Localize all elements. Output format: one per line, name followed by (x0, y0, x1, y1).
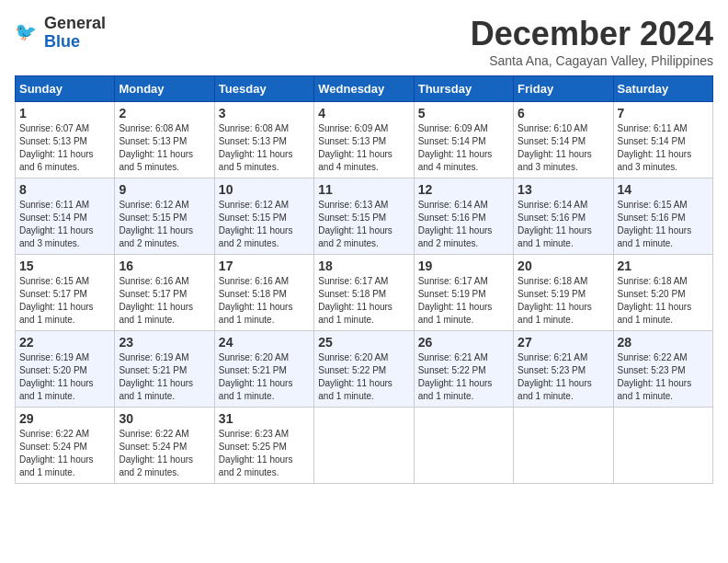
daylight-label: Daylight: 11 hours and 1 minute. (618, 225, 692, 248)
sunrise-label: Sunrise: 6:14 AM (518, 200, 587, 210)
sunset-label: Sunset: 5:15 PM (219, 213, 287, 223)
day-number: 12 (418, 182, 509, 197)
sunrise-label: Sunrise: 6:14 AM (418, 200, 488, 210)
sunrise-label: Sunrise: 6:15 AM (19, 276, 89, 286)
day-number: 18 (318, 259, 409, 273)
table-row: 13 Sunrise: 6:14 AM Sunset: 5:16 PM Dayl… (514, 178, 613, 255)
sunrise-label: Sunrise: 6:23 AM (219, 429, 289, 439)
daylight-label: Daylight: 11 hours and 1 minute. (19, 454, 94, 477)
day-number: 11 (318, 182, 409, 197)
table-row: 10 Sunrise: 6:12 AM Sunset: 5:15 PM Dayl… (214, 178, 313, 255)
sunrise-label: Sunrise: 6:12 AM (119, 200, 188, 210)
sunset-label: Sunset: 5:15 PM (119, 213, 187, 223)
daylight-label: Daylight: 11 hours and 1 minute. (119, 302, 193, 325)
location-subtitle: Santa Ana, Cagayan Valley, Philippines (471, 53, 713, 68)
day-number: 31 (219, 411, 310, 426)
calendar-week-row: 22 Sunrise: 6:19 AM Sunset: 5:20 PM Dayl… (16, 331, 713, 408)
table-row: 14 Sunrise: 6:15 AM Sunset: 5:16 PM Dayl… (613, 178, 712, 255)
day-number: 2 (119, 106, 210, 121)
table-row: 19 Sunrise: 6:17 AM Sunset: 5:19 PM Dayl… (414, 255, 513, 331)
day-info: Sunrise: 6:08 AM Sunset: 5:13 PM Dayligh… (119, 122, 210, 174)
sunset-label: Sunset: 5:14 PM (19, 213, 87, 223)
sunrise-label: Sunrise: 6:10 AM (518, 123, 587, 133)
sunset-label: Sunset: 5:20 PM (19, 365, 87, 375)
daylight-label: Daylight: 11 hours and 1 minute. (19, 378, 94, 401)
daylight-label: Daylight: 11 hours and 5 minutes. (119, 149, 193, 172)
sunrise-label: Sunrise: 6:17 AM (318, 276, 388, 286)
col-friday: Friday (514, 76, 613, 102)
sunset-label: Sunset: 5:15 PM (318, 213, 386, 223)
sunrise-label: Sunrise: 6:16 AM (119, 276, 188, 286)
table-row: 6 Sunrise: 6:10 AM Sunset: 5:14 PM Dayli… (514, 102, 613, 178)
sunrise-label: Sunrise: 6:18 AM (518, 276, 587, 286)
sunset-label: Sunset: 5:17 PM (119, 289, 187, 299)
sunset-label: Sunset: 5:22 PM (418, 365, 486, 375)
col-thursday: Thursday (414, 76, 513, 102)
calendar-week-row: 29 Sunrise: 6:22 AM Sunset: 5:24 PM Dayl… (16, 408, 713, 484)
calendar-week-row: 1 Sunrise: 6:07 AM Sunset: 5:13 PM Dayli… (16, 102, 713, 178)
svg-text:🐦: 🐦 (15, 21, 38, 42)
day-info: Sunrise: 6:17 AM Sunset: 5:18 PM Dayligh… (318, 275, 409, 327)
table-row: 7 Sunrise: 6:11 AM Sunset: 5:14 PM Dayli… (613, 102, 712, 178)
sunrise-label: Sunrise: 6:15 AM (618, 200, 688, 210)
day-info: Sunrise: 6:18 AM Sunset: 5:19 PM Dayligh… (518, 275, 609, 327)
sunrise-label: Sunrise: 6:19 AM (19, 352, 89, 362)
logo-icon: 🐦 (15, 20, 40, 46)
day-number: 23 (119, 335, 210, 350)
table-row: 25 Sunrise: 6:20 AM Sunset: 5:22 PM Dayl… (314, 331, 414, 408)
sunset-label: Sunset: 5:23 PM (518, 365, 586, 375)
sunrise-label: Sunrise: 6:21 AM (518, 352, 587, 362)
daylight-label: Daylight: 11 hours and 1 minute. (618, 378, 692, 401)
day-info: Sunrise: 6:09 AM Sunset: 5:13 PM Dayligh… (318, 122, 409, 174)
table-row: 17 Sunrise: 6:16 AM Sunset: 5:18 PM Dayl… (214, 255, 313, 331)
day-info: Sunrise: 6:07 AM Sunset: 5:13 PM Dayligh… (19, 122, 110, 174)
table-row: 3 Sunrise: 6:08 AM Sunset: 5:13 PM Dayli… (214, 102, 313, 178)
table-row: 15 Sunrise: 6:15 AM Sunset: 5:17 PM Dayl… (16, 255, 115, 331)
sunset-label: Sunset: 5:18 PM (219, 289, 287, 299)
table-row: 31 Sunrise: 6:23 AM Sunset: 5:25 PM Dayl… (214, 408, 313, 484)
day-info: Sunrise: 6:19 AM Sunset: 5:20 PM Dayligh… (19, 351, 110, 403)
table-row: 18 Sunrise: 6:17 AM Sunset: 5:18 PM Dayl… (314, 255, 414, 331)
title-section: December 2024 Santa Ana, Cagayan Valley,… (471, 15, 713, 68)
sunset-label: Sunset: 5:16 PM (618, 213, 686, 223)
sunrise-label: Sunrise: 6:13 AM (318, 200, 388, 210)
table-row: 23 Sunrise: 6:19 AM Sunset: 5:21 PM Dayl… (115, 331, 214, 408)
daylight-label: Daylight: 11 hours and 1 minute. (318, 302, 392, 325)
day-number: 5 (418, 106, 509, 121)
sunrise-label: Sunrise: 6:11 AM (19, 200, 89, 210)
daylight-label: Daylight: 11 hours and 5 minutes. (219, 149, 293, 172)
daylight-label: Daylight: 11 hours and 1 minute. (318, 378, 392, 401)
day-info: Sunrise: 6:18 AM Sunset: 5:20 PM Dayligh… (618, 275, 709, 327)
day-info: Sunrise: 6:12 AM Sunset: 5:15 PM Dayligh… (219, 199, 310, 250)
sunset-label: Sunset: 5:22 PM (318, 365, 386, 375)
table-row: 2 Sunrise: 6:08 AM Sunset: 5:13 PM Dayli… (115, 102, 214, 178)
day-number: 6 (518, 106, 609, 121)
day-number: 28 (618, 335, 709, 350)
table-row (314, 408, 414, 484)
day-info: Sunrise: 6:23 AM Sunset: 5:25 PM Dayligh… (219, 428, 310, 479)
sunset-label: Sunset: 5:19 PM (418, 289, 486, 299)
col-saturday: Saturday (613, 76, 712, 102)
table-row (414, 408, 513, 484)
col-sunday: Sunday (16, 76, 115, 102)
day-number: 20 (518, 259, 609, 273)
day-number: 3 (219, 106, 310, 121)
table-row: 29 Sunrise: 6:22 AM Sunset: 5:24 PM Dayl… (16, 408, 115, 484)
day-info: Sunrise: 6:19 AM Sunset: 5:21 PM Dayligh… (119, 351, 210, 403)
day-number: 7 (618, 106, 709, 121)
sunrise-label: Sunrise: 6:21 AM (418, 352, 488, 362)
day-number: 19 (418, 259, 509, 273)
sunset-label: Sunset: 5:13 PM (219, 136, 287, 146)
sunrise-label: Sunrise: 6:07 AM (19, 123, 89, 133)
day-info: Sunrise: 6:08 AM Sunset: 5:13 PM Dayligh… (219, 122, 310, 174)
logo: 🐦 General Blue (15, 15, 106, 52)
daylight-label: Daylight: 11 hours and 3 minutes. (518, 149, 592, 172)
day-info: Sunrise: 6:09 AM Sunset: 5:14 PM Dayligh… (418, 122, 509, 174)
sunset-label: Sunset: 5:18 PM (318, 289, 386, 299)
day-number: 9 (119, 182, 210, 197)
table-row (613, 408, 712, 484)
daylight-label: Daylight: 11 hours and 3 minutes. (19, 225, 94, 248)
sunrise-label: Sunrise: 6:19 AM (119, 352, 188, 362)
day-info: Sunrise: 6:16 AM Sunset: 5:17 PM Dayligh… (119, 275, 210, 327)
day-number: 17 (219, 259, 310, 273)
